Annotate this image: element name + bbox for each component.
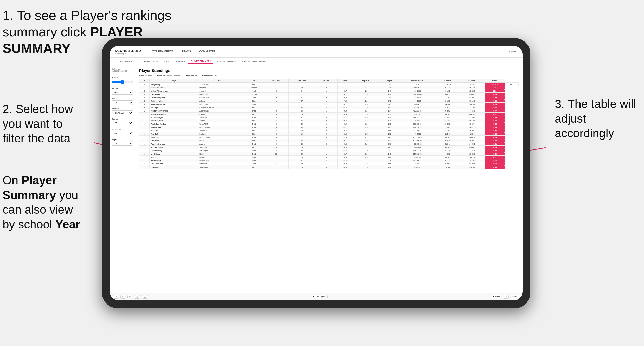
- table-row: 23Jack LundinMissouriFourth1124068.6-2.3…: [139, 156, 519, 159]
- year-section: Year (All): [112, 98, 133, 105]
- instruction-step2: 2. Select how you want to filter the dat…: [3, 102, 79, 146]
- share-btn[interactable]: Share: [511, 295, 519, 298]
- table-row: 25Cole SherwoodVanderbiltFourth1223169.3…: [139, 162, 519, 165]
- main-content: Update time: 27/03/2024 16:56:26 No Rds.…: [110, 65, 523, 293]
- filter-row: Gender: Men Division: NCAA Division I Re…: [139, 75, 519, 77]
- table-row: 10Jacob Skov OlesenArkansasFifth323168.4…: [139, 113, 519, 116]
- app-header: SCOREBOARD Powered by dipd TOURNAMENTS T…: [110, 46, 523, 58]
- table-row: 26Petr HrubyWashingtonFifth725068.6-1.61…: [139, 165, 519, 169]
- division-filter: Division: NCAA Division I: [157, 75, 181, 77]
- col-avg-sg: Avg SG: [379, 79, 400, 83]
- clock-btn[interactable]: 🕐: [142, 295, 148, 299]
- table-row: 24Bastien AmatNew MexicoFourth127269.4-1…: [139, 159, 519, 162]
- instruction-bottom: On Player Summary you can also view by s…: [3, 173, 84, 232]
- nav-tournaments[interactable]: TOURNAMENTS: [149, 49, 177, 54]
- gender-label: Gender: [112, 88, 133, 89]
- region-section: Region N/A: [112, 118, 133, 125]
- no-rds-label: No Rds.: [112, 76, 133, 78]
- player-label: Player: [112, 139, 133, 140]
- standings-table: # Player School Yr Reg Rank Conf Rank No…: [139, 79, 519, 169]
- region-select[interactable]: N/A: [112, 121, 133, 125]
- player-select[interactable]: (All): [112, 141, 133, 146]
- division-label: Division: [112, 108, 133, 110]
- player-section: Player (All): [112, 139, 133, 146]
- subnav-team-h2h-grid[interactable]: TEAM H2H GRID: [138, 59, 160, 63]
- table-row: 8Mats EgeEast Tennessee StateFifth124268…: [139, 106, 519, 109]
- update-time: Update time: 27/03/2024 16:56:26: [112, 68, 133, 72]
- gender-section: Gender Men: [112, 88, 133, 95]
- col-points: Points: [485, 79, 505, 83]
- region-label: Region: [112, 118, 133, 120]
- redo-btn[interactable]: ↪: [120, 295, 125, 299]
- col-vs-top50: Vs Top 50: [460, 79, 485, 83]
- instruction-step3: 3. The table will adjust accordingly: [555, 97, 641, 141]
- table-row: 16Alex GoffKentuckyFifth819068.3-1.71.92…: [139, 132, 519, 136]
- subnav-player-h2h-grid[interactable]: PLAYER H2H GRID: [214, 59, 238, 63]
- table-row: 13Phichakun MaichonTexas A&MThird630169.…: [139, 122, 519, 126]
- sidebar: Update time: 27/03/2024 16:56:26 No Rds.…: [110, 65, 135, 293]
- table-row: 6Jackson KoivunAuburnFirst127167.3-2.02.…: [139, 99, 519, 103]
- table-row: 4Luke ClatonFlorida StateSecond127268.2-…: [139, 93, 519, 96]
- paste-btn[interactable]: 📋: [134, 295, 140, 299]
- undo-btn[interactable]: ↩: [113, 295, 118, 299]
- gender-select[interactable]: Men: [112, 90, 133, 95]
- table-header-row: # Player School Yr Reg Rank Conf Rank No…: [139, 79, 519, 83]
- watch-btn[interactable]: 👁 Watch: [491, 295, 502, 298]
- col-wins: Wins: [337, 79, 353, 83]
- tablet-screen: SCOREBOARD Powered by dipd TOURNAMENTS T…: [110, 46, 523, 300]
- gender-filter: Gender: Men: [139, 75, 152, 77]
- table-row: 20Matthew RiedelVanderbiltFifth523268.5-…: [139, 146, 519, 149]
- view-original-btn[interactable]: 👁 View: Original: [311, 295, 328, 298]
- toolbar-right: 👁 Watch ⬆ Share: [491, 295, 519, 299]
- table-row: 19Tiger ChristensenArizonaThird523269.2-…: [139, 142, 519, 146]
- no-rds-slider[interactable]: [112, 80, 133, 84]
- region-filter: Region: All: [186, 75, 197, 77]
- year-select[interactable]: (All): [112, 100, 133, 105]
- table-row: 9Preston SummerhaysArizona StateThird324…: [139, 109, 519, 113]
- table-row: 18Luke PowellUCLAFirst424169.1-1.81.1250…: [139, 139, 519, 142]
- table-row: 12Brendan ValdesAuburnFifth537068.4-1.11…: [139, 119, 519, 122]
- subnav-team-h2h-heatmap[interactable]: TEAM H2H HEATMAP: [161, 59, 188, 63]
- col-num: #: [139, 79, 150, 83]
- col-vs-top25: Vs Top 25: [435, 79, 460, 83]
- sign-out[interactable]: Sign out: [509, 50, 518, 53]
- subnav-player-summary[interactable]: PLAYER SUMMARY: [188, 59, 214, 64]
- sub-nav: TEAM SUMMARY TEAM H2H GRID TEAM H2H HEAT…: [110, 58, 523, 65]
- table-row: 11Gordon SargentVanderbiltThird421068.7-…: [139, 116, 519, 119]
- subnav-player-h2h-heatmap[interactable]: PLAYER H2H HEATMAP: [239, 59, 268, 63]
- col-yr: Yr: [244, 79, 264, 83]
- table-row: 15Jake HallTennesseeFifth718068.5-1.51.6…: [139, 129, 519, 132]
- table-row: 17David FordNorth CarolinaThird421069.0-…: [139, 136, 519, 139]
- table-area: Player Standings Gender: Men Division: N…: [135, 65, 523, 293]
- nav-teams[interactable]: TEAMS: [178, 49, 195, 54]
- nav-committee[interactable]: COMMITTEE: [196, 49, 219, 54]
- table-row: 1Wenyi DingArizona StateFirst1115167.1-3…: [139, 83, 519, 86]
- export-btn[interactable]: ⬆: [504, 295, 509, 299]
- table-row: 2Michael La SassoOle MissSecond118067.1-…: [139, 86, 519, 89]
- table-row: 22Ian GilliganFloridaThird1024168.7-0.91…: [139, 152, 519, 156]
- table-row: 7Nicholas GabrelcikNorth FloridaFourth12…: [139, 103, 519, 106]
- year-bold: Year: [55, 218, 80, 231]
- division-select[interactable]: NCAA Division I: [112, 110, 133, 115]
- tablet-device: SCOREBOARD Powered by dipd TOURNAMENTS T…: [102, 38, 530, 308]
- division-section: Division NCAA Division I: [112, 108, 133, 115]
- logo-sub: Powered by dipd: [115, 53, 141, 54]
- col-no-rds: No. Rds.: [315, 79, 337, 83]
- conference-select[interactable]: (All): [112, 131, 133, 135]
- year-label: Year: [112, 98, 133, 100]
- table-row: 3Michael ThorbjornsenStanfordFourth28168…: [139, 89, 519, 93]
- copy-btn[interactable]: ⎘: [127, 295, 132, 298]
- table-row: 21Taehoon SongWashingtonFourth423169.2-1…: [139, 149, 519, 152]
- col-school: School: [198, 79, 244, 83]
- conference-label: Conference: [112, 128, 133, 130]
- col-overall: Overall Record: [400, 79, 435, 83]
- col-conf-rank: Conf Rank: [289, 79, 315, 83]
- logo-text: SCOREBOARD: [115, 49, 141, 53]
- no-rds-section: No Rds.: [112, 76, 133, 85]
- table-row: 14Maxwell FordNorth CarolinaThird923069.…: [139, 126, 519, 129]
- bottom-toolbar: ↩ ↪ ⎘ 📋 🕐 👁 View: Original 👁 Watch ⬆ Sha…: [110, 293, 523, 300]
- col-adj: Adj. to Par: [353, 79, 379, 83]
- subnav-team-summary[interactable]: TEAM SUMMARY: [115, 59, 137, 63]
- header-right: Sign out: [509, 50, 518, 53]
- conference-filter: Conference: All: [202, 75, 217, 77]
